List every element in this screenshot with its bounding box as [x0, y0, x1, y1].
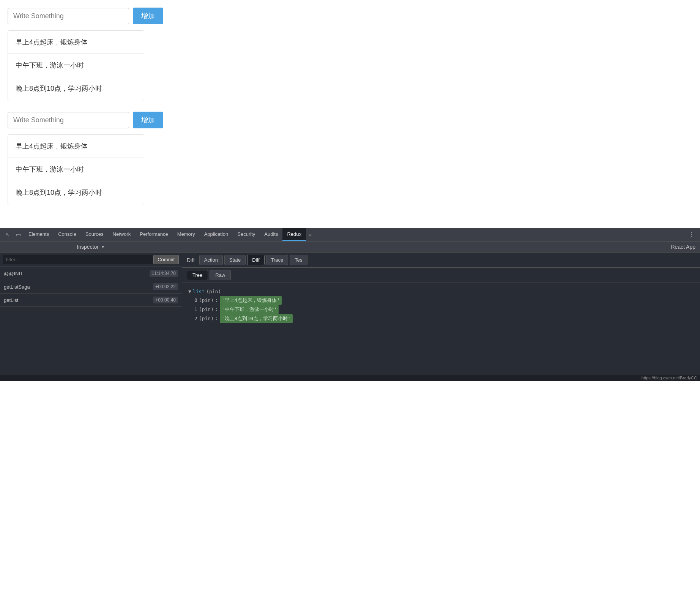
tab-performance[interactable]: Performance — [135, 228, 172, 241]
tab-application[interactable]: Application — [200, 228, 233, 241]
diff-item-0: 0 (pin) : '早上4点起床，锻炼身体' — [188, 296, 694, 305]
devtools-menu-icon[interactable]: ⋮ — [686, 231, 698, 238]
input-row-2: 增加 — [8, 112, 692, 128]
tab-audits[interactable]: Audits — [260, 228, 282, 241]
commit-button[interactable]: Commit — [153, 255, 179, 264]
action-row-init[interactable]: @@INIT 11:14:34.70 — [0, 267, 182, 280]
tree-raw-row: Tree Raw — [182, 268, 700, 283]
add-button-2[interactable]: 增加 — [133, 112, 163, 128]
list-box-1: 早上4点起床，锻炼身体 中午下班，游泳一小时 晚上8点到10点，学习两小时 — [8, 30, 144, 100]
diff-item-1: 1 (pin) : '中午下班，游泳一小时' — [188, 305, 694, 314]
list-item: 早上4点起床，锻炼身体 — [8, 31, 144, 54]
react-app-label: React App — [671, 244, 695, 250]
diff-tab-action[interactable]: Action — [199, 255, 223, 265]
list-item: 中午下班，游泳一小时 — [8, 54, 144, 77]
input-row-1: 增加 — [8, 8, 692, 24]
app-area: 增加 早上4点起床，锻炼身体 中午下班，游泳一小时 晚上8点到10点，学习两小时… — [0, 0, 700, 228]
add-button-1[interactable]: 增加 — [133, 8, 163, 24]
write-input-2[interactable] — [8, 112, 129, 128]
tab-elements[interactable]: Elements — [24, 228, 54, 241]
tab-network[interactable]: Network — [108, 228, 136, 241]
list-item: 晚上8点到10点，学习两小时 — [8, 181, 144, 204]
status-bar: https://blog.csdn.net/BradyCC — [0, 374, 700, 381]
tree-tab[interactable]: Tree — [187, 270, 208, 280]
inspector-arrow-icon[interactable]: ▼ — [101, 245, 105, 249]
diff-panel: Diff Action State Diff Trace Tes Tree Ra… — [182, 253, 700, 374]
list-item: 晚上8点到10点，学习两小时 — [8, 77, 144, 100]
tab-console[interactable]: Console — [54, 228, 81, 241]
filter-input[interactable] — [3, 255, 153, 264]
action-row-getlistsaga[interactable]: getListSaga +00:02.22 — [0, 280, 182, 294]
filter-row: Commit — [0, 253, 182, 267]
diff-tab-trace[interactable]: Trace — [266, 255, 289, 265]
tab-memory[interactable]: Memory — [173, 228, 200, 241]
devtools-panel: ↖ ▭ Elements Console Sources Network Per… — [0, 228, 700, 381]
diff-tab-tes[interactable]: Tes — [290, 255, 307, 265]
more-tabs-icon[interactable]: » — [306, 232, 315, 237]
device-icon[interactable]: ▭ — [13, 232, 24, 238]
raw-tab[interactable]: Raw — [210, 270, 231, 280]
write-input-1[interactable] — [8, 8, 129, 24]
tab-redux[interactable]: Redux — [282, 228, 306, 241]
devtools-tab-bar: ↖ ▭ Elements Console Sources Network Per… — [0, 228, 700, 242]
list-item: 中午下班，游泳一小时 — [8, 158, 144, 181]
list-item: 早上4点起床，锻炼身体 — [8, 135, 144, 158]
diff-label: Diff — [187, 257, 195, 263]
diff-list-line: ▼ list (pin) — [188, 287, 694, 296]
tab-security[interactable]: Security — [233, 228, 260, 241]
diff-header: Diff Action State Diff Trace Tes — [182, 253, 700, 268]
list-box-2: 早上4点起床，锻炼身体 中午下班，游泳一小时 晚上8点到10点，学习两小时 — [8, 134, 144, 204]
diff-tab-diff[interactable]: Diff — [247, 255, 264, 265]
diff-tree-content: ▼ list (pin) 0 (pin) : '早上4点起床，锻炼身体' 1 (… — [182, 283, 700, 374]
diff-item-2: 2 (pin) : '晚上8点到10点，学习两小时' — [188, 314, 694, 323]
action-row-getlist[interactable]: getList +00:00.40 — [0, 294, 182, 307]
cursor-icon[interactable]: ↖ — [2, 232, 13, 238]
tab-sources[interactable]: Sources — [81, 228, 108, 241]
inspector-title: Inspector — [77, 244, 99, 250]
diff-tab-state[interactable]: State — [224, 255, 246, 265]
